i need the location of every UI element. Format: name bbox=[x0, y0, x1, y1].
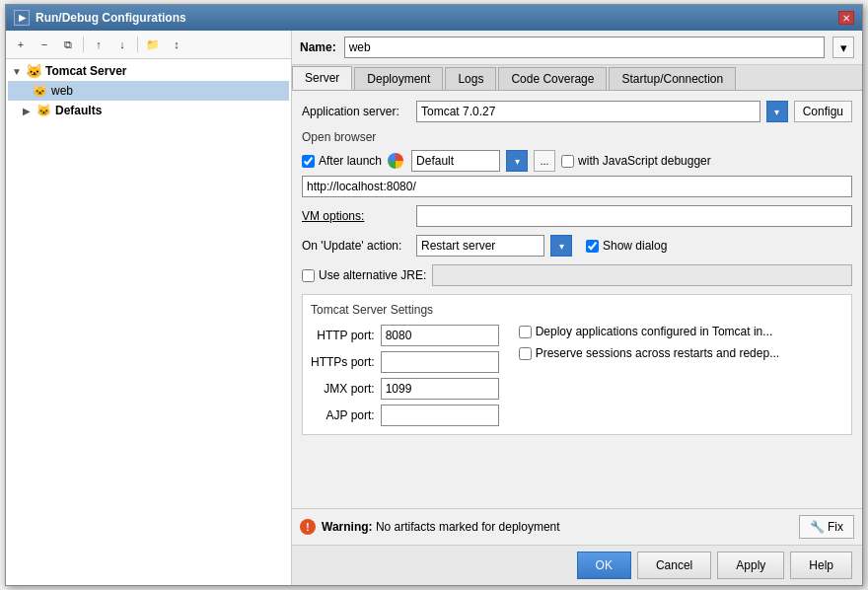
preserve-sessions-wrap: Preserve sessions across restarts and re… bbox=[519, 346, 779, 360]
http-port-input[interactable] bbox=[381, 325, 499, 346]
dialog-title: Run/Debug Configurations bbox=[36, 11, 186, 25]
ok-button[interactable]: OK bbox=[577, 552, 631, 579]
tab-code-coverage[interactable]: Code Coverage bbox=[498, 67, 607, 90]
apply-button[interactable]: Apply bbox=[717, 552, 784, 579]
preserve-sessions-label: Preserve sessions across restarts and re… bbox=[536, 346, 779, 360]
defaults-icon: 🐱 bbox=[36, 103, 51, 118]
help-button[interactable]: Help bbox=[790, 552, 852, 579]
name-options-button[interactable]: ▾ bbox=[832, 37, 854, 58]
settings-title: Tomcat Server Settings bbox=[311, 303, 843, 317]
warning-icon: ! bbox=[300, 519, 316, 535]
warning-message: No artifacts marked for deployment bbox=[373, 520, 560, 534]
update-action-input[interactable] bbox=[416, 235, 544, 257]
title-bar: ▶ Run/Debug Configurations ✕ bbox=[6, 5, 862, 31]
http-port-label: HTTP port: bbox=[311, 329, 375, 342]
copy-config-button[interactable]: ⧉ bbox=[57, 34, 79, 55]
js-debugger-checkbox[interactable] bbox=[561, 155, 574, 168]
main-content: + − ⧉ ↑ ↓ 📁 ↕ ▼ 🐱 Tomcat Server � bbox=[6, 31, 862, 585]
deploy-apps-wrap: Deploy applications configured in Tomcat… bbox=[519, 325, 779, 338]
name-field-label: Name: bbox=[300, 40, 336, 54]
after-launch-checkbox[interactable] bbox=[302, 155, 315, 168]
port-columns: HTTP port: HTTPs port: JMX port: AJP por… bbox=[311, 325, 843, 426]
tree-arrow-defaults: ▶ bbox=[22, 106, 32, 116]
vm-options-row: VM options: bbox=[302, 205, 852, 227]
open-browser-section: Open browser After launch ▾ ... with Jav… bbox=[302, 130, 852, 197]
ajp-port-label: AJP port: bbox=[311, 408, 375, 422]
vm-options-label: VM options: bbox=[302, 209, 410, 223]
tabs-bar: Server Deployment Logs Code Coverage Sta… bbox=[292, 65, 862, 91]
web-label: web bbox=[51, 84, 73, 98]
dialog-icon: ▶ bbox=[14, 10, 30, 26]
add-config-button[interactable]: + bbox=[10, 34, 32, 55]
update-action-label: On 'Update' action: bbox=[302, 239, 410, 253]
folder-button[interactable]: 📁 bbox=[142, 34, 164, 55]
js-debugger-label: with JavaScript debugger bbox=[578, 154, 711, 168]
deploy-apps-label: Deploy applications configured in Tomcat… bbox=[536, 325, 773, 338]
warning-bold: Warning: bbox=[322, 520, 373, 534]
app-server-row: Application server: ▾ Configu bbox=[302, 101, 852, 122]
tab-logs[interactable]: Logs bbox=[445, 67, 496, 90]
sort-button[interactable]: ↕ bbox=[166, 34, 187, 55]
alt-jre-checkbox[interactable] bbox=[302, 269, 315, 282]
tomcat-settings-section: Tomcat Server Settings HTTP port: HTTPs … bbox=[302, 294, 852, 435]
run-debug-dialog: ▶ Run/Debug Configurations ✕ + − ⧉ ↑ ↓ 📁… bbox=[5, 4, 863, 586]
close-button[interactable]: ✕ bbox=[838, 11, 854, 25]
app-server-dropdown[interactable]: ▾ bbox=[766, 101, 788, 122]
name-bar: Name: ▾ bbox=[292, 31, 862, 65]
tomcat-server-label: Tomcat Server bbox=[45, 64, 126, 78]
toolbar-separator-2 bbox=[137, 37, 138, 52]
https-port-input[interactable] bbox=[381, 351, 499, 373]
browser-input[interactable] bbox=[411, 150, 500, 172]
url-input[interactable] bbox=[302, 176, 852, 197]
title-bar-left: ▶ Run/Debug Configurations bbox=[14, 10, 186, 26]
alt-jre-label: Use alternative JRE: bbox=[319, 268, 426, 282]
alt-jre-row: Use alternative JRE: bbox=[302, 264, 852, 286]
browser-ellipsis-button[interactable]: ... bbox=[534, 150, 555, 172]
jre-input[interactable] bbox=[432, 264, 852, 286]
https-port-label: HTTPs port: bbox=[311, 355, 375, 369]
server-tab-content: Application server: ▾ Configu Open brows… bbox=[292, 91, 862, 508]
remove-config-button[interactable]: − bbox=[34, 34, 55, 55]
toolbar-separator-1 bbox=[83, 37, 84, 52]
ajp-port-input[interactable] bbox=[381, 405, 499, 426]
jmx-port-input[interactable] bbox=[381, 378, 499, 400]
tab-startup-connection[interactable]: Startup/Connection bbox=[609, 67, 736, 90]
tree-item-defaults[interactable]: ▶ 🐱 Defaults bbox=[8, 101, 289, 120]
tree-item-tomcat[interactable]: ▼ 🐱 Tomcat Server bbox=[8, 61, 289, 81]
app-server-label: Application server: bbox=[302, 105, 410, 118]
tree-item-web[interactable]: 🐱 web bbox=[8, 81, 289, 101]
update-action-row: On 'Update' action: ▾ Show dialog bbox=[302, 235, 852, 257]
fix-button[interactable]: 🔧 Fix bbox=[799, 515, 854, 539]
tree-arrow-tomcat: ▼ bbox=[12, 66, 22, 77]
configure-button[interactable]: Configu bbox=[794, 101, 852, 122]
move-down-button[interactable]: ↓ bbox=[111, 34, 133, 55]
browser-dropdown[interactable]: ▾ bbox=[506, 150, 528, 172]
after-launch-label: After launch bbox=[319, 154, 382, 168]
tab-server[interactable]: Server bbox=[292, 66, 352, 90]
js-debugger-wrap: with JavaScript debugger bbox=[561, 154, 711, 168]
update-action-dropdown[interactable]: ▾ bbox=[550, 235, 572, 257]
show-dialog-checkbox[interactable] bbox=[586, 240, 599, 253]
tab-deployment[interactable]: Deployment bbox=[354, 67, 443, 90]
after-launch-wrap: After launch bbox=[302, 154, 382, 168]
right-panel: Name: ▾ Server Deployment Logs Code Cove… bbox=[292, 31, 862, 585]
port-checkboxes: Deploy applications configured in Tomcat… bbox=[519, 325, 779, 426]
vm-options-input[interactable] bbox=[416, 205, 852, 227]
left-panel: + − ⧉ ↑ ↓ 📁 ↕ ▼ 🐱 Tomcat Server � bbox=[6, 31, 292, 585]
warning-text: Warning: No artifacts marked for deploym… bbox=[322, 520, 793, 534]
alt-jre-wrap: Use alternative JRE: bbox=[302, 268, 426, 282]
move-up-button[interactable]: ↑ bbox=[88, 34, 109, 55]
chrome-icon bbox=[388, 153, 403, 169]
open-browser-label: Open browser bbox=[302, 130, 852, 144]
web-icon: 🐱 bbox=[32, 83, 47, 99]
deploy-apps-checkbox[interactable] bbox=[519, 326, 532, 338]
name-input[interactable] bbox=[344, 37, 825, 58]
show-dialog-label: Show dialog bbox=[603, 239, 667, 253]
cancel-button[interactable]: Cancel bbox=[637, 552, 711, 579]
show-dialog-wrap: Show dialog bbox=[586, 239, 667, 253]
footer-bar: OK Cancel Apply Help bbox=[292, 545, 862, 585]
defaults-label: Defaults bbox=[55, 104, 102, 117]
preserve-sessions-checkbox[interactable] bbox=[519, 347, 532, 360]
warning-bar: ! Warning: No artifacts marked for deplo… bbox=[292, 508, 862, 545]
app-server-input[interactable] bbox=[416, 101, 760, 122]
